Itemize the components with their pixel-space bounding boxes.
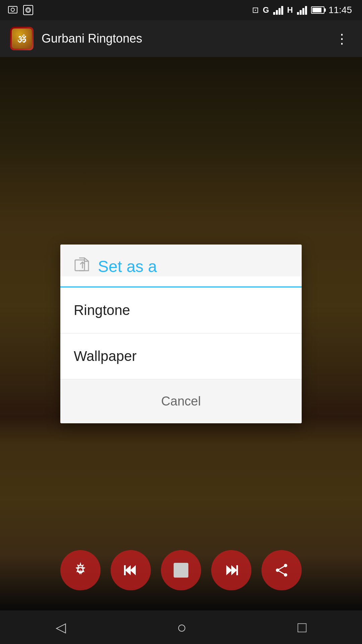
home-button[interactable]: ○ [164, 613, 200, 642]
time-display: 11:45 [328, 5, 352, 15]
dialog-title: Set as a [98, 257, 157, 276]
dialog-share-icon [74, 257, 90, 276]
camera-icon [22, 4, 34, 16]
svg-point-3 [26, 8, 31, 12]
signal-icon-1 [273, 5, 283, 15]
wallpaper-option[interactable]: Wallpaper [60, 333, 302, 379]
app-title: Gurbani Ringtones [42, 32, 332, 46]
status-bar-left [7, 4, 34, 16]
signal-icon-2 [297, 5, 307, 15]
dialog-header: Set as a [60, 245, 302, 276]
dialog-cancel-section: Cancel [60, 379, 302, 423]
recents-button[interactable]: □ [284, 614, 320, 641]
svg-rect-17 [75, 260, 84, 271]
cancel-button[interactable]: Cancel [161, 394, 201, 408]
main-content: Set as a Ringtone Wallpaper Cancel [0, 57, 362, 610]
svg-rect-0 [8, 6, 17, 13]
status-bar-right: ⊡ G H 11:45 [252, 5, 352, 15]
navigation-bar: ◁ ○ □ [0, 610, 362, 644]
svg-point-4 [27, 9, 29, 11]
ringtone-option[interactable]: Ringtone [60, 287, 302, 333]
screenshot-icon [7, 4, 19, 16]
cast-icon: ⊡ [252, 5, 259, 15]
network-g-label: G [263, 5, 269, 15]
app-icon: 🕉 [10, 27, 34, 50]
svg-rect-2 [23, 5, 33, 15]
app-bar: 🕉 Gurbani Ringtones ⋮ [0, 20, 362, 57]
dialog-backdrop: Set as a Ringtone Wallpaper Cancel [0, 57, 362, 610]
dialog-options: Ringtone Wallpaper [60, 287, 302, 379]
set-as-dialog: Set as a Ringtone Wallpaper Cancel [60, 245, 302, 423]
app-icon-inner: 🕉 [12, 29, 32, 49]
network-h-label: H [287, 5, 293, 15]
status-bar: ⊡ G H 11:45 [0, 0, 362, 20]
battery-icon [311, 6, 324, 14]
more-options-icon[interactable]: ⋮ [332, 28, 352, 50]
back-button[interactable]: ◁ [42, 614, 79, 640]
svg-point-1 [11, 8, 14, 11]
